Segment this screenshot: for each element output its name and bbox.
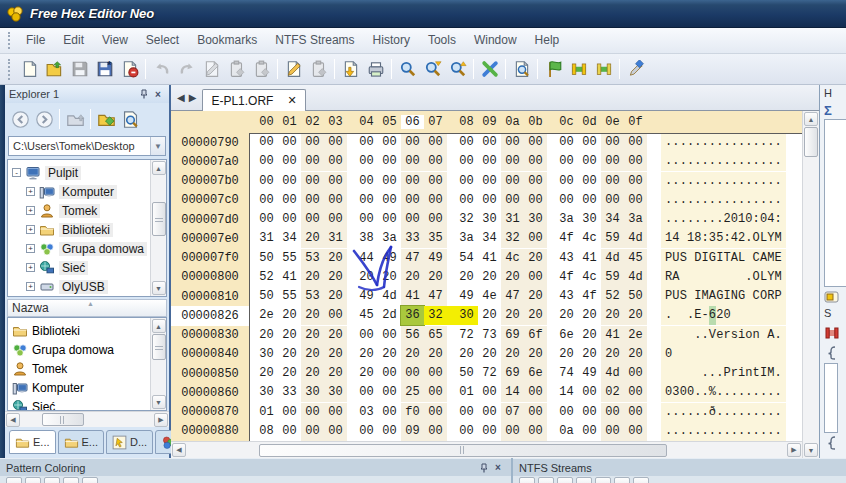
scroll-up-icon[interactable]: ▲ xyxy=(152,161,166,175)
ascii-char[interactable]: . xyxy=(672,152,679,171)
tree-item-biblioteki[interactable]: +Biblioteki xyxy=(12,220,150,239)
ascii-char[interactable]: ð xyxy=(709,403,716,422)
ascii-char[interactable]: . xyxy=(760,152,767,171)
byte-cell[interactable]: 38 xyxy=(355,229,378,248)
hex-hscrollbar[interactable]: ◀ ▶ xyxy=(171,441,802,458)
clipped-toolbar-button[interactable] xyxy=(82,477,98,483)
menu-item-help[interactable]: Help xyxy=(526,33,569,47)
ascii-char[interactable]: . xyxy=(723,133,730,152)
ascii-char[interactable]: C xyxy=(753,287,760,306)
byte-cell[interactable]: 20 xyxy=(301,229,324,248)
ascii-char[interactable]: . xyxy=(709,422,716,441)
modify-button[interactable] xyxy=(199,57,224,82)
ascii-char[interactable]: . xyxy=(701,422,708,441)
ascii-char[interactable] xyxy=(680,326,687,345)
byte-cell[interactable]: 49 xyxy=(424,249,447,268)
pin-icon[interactable] xyxy=(477,461,491,474)
ascii-char[interactable]: . xyxy=(701,133,708,152)
byte-cell[interactable]: 20 xyxy=(255,326,278,345)
ascii-char[interactable]: P xyxy=(723,364,730,383)
byte-cell[interactable]: 09 xyxy=(401,422,424,441)
ascii-char[interactable]: . xyxy=(774,326,781,345)
ascii-char[interactable] xyxy=(745,345,752,364)
byte-cell[interactable]: 56 xyxy=(401,326,424,345)
save-as-button[interactable]: * xyxy=(92,57,117,82)
ascii-char[interactable]: O xyxy=(753,268,760,287)
byte-cell[interactable]: 00 xyxy=(324,152,347,171)
clamp-icon[interactable] xyxy=(824,435,840,451)
ascii-char[interactable]: . xyxy=(672,191,679,210)
ascii-char[interactable] xyxy=(680,364,687,383)
selection-start-button[interactable] xyxy=(566,57,591,82)
ascii-char[interactable] xyxy=(731,268,738,287)
ascii-char[interactable]: D xyxy=(694,249,701,268)
ascii-char[interactable]: . xyxy=(665,403,672,422)
ascii-char[interactable]: I xyxy=(716,249,723,268)
byte-cell[interactable]: 00 xyxy=(524,268,547,287)
ascii-char[interactable]: . xyxy=(687,152,694,171)
byte-cell[interactable]: 41 xyxy=(278,268,301,287)
byte-cell[interactable]: 00 xyxy=(601,191,624,210)
ascii-char[interactable] xyxy=(687,287,694,306)
ascii-char[interactable]: . xyxy=(767,172,774,191)
byte-cell[interactable]: 54 xyxy=(455,249,478,268)
expander-icon[interactable]: + xyxy=(26,244,35,253)
ascii-char[interactable]: M xyxy=(774,229,781,248)
ascii-char[interactable]: - xyxy=(701,306,708,325)
ascii-char[interactable] xyxy=(672,364,679,383)
byte-cell[interactable]: 00 xyxy=(501,152,524,171)
byte-cell[interactable]: 00 xyxy=(578,191,601,210)
byte-cell[interactable]: 31 xyxy=(501,210,524,229)
scroll-thumb[interactable] xyxy=(152,334,166,360)
byte-cell[interactable]: 20 xyxy=(355,268,378,287)
byte-cell[interactable]: 33 xyxy=(401,229,424,248)
ascii-char[interactable]: A xyxy=(709,287,716,306)
byte-cell[interactable]: 45 xyxy=(624,249,647,268)
panel-tab-2[interactable]: D... xyxy=(106,430,153,454)
byte-cell[interactable]: 4c xyxy=(501,249,524,268)
ascii-char[interactable]: . xyxy=(680,403,687,422)
byte-cell[interactable]: 0a xyxy=(555,422,578,441)
ascii-char[interactable] xyxy=(731,345,738,364)
byte-cell[interactable]: 00 xyxy=(355,172,378,191)
ascii-char[interactable]: o xyxy=(745,326,752,345)
modify-alt-button[interactable] xyxy=(281,57,306,82)
ascii-char[interactable]: . xyxy=(731,403,738,422)
ascii-char[interactable]: 0 xyxy=(731,210,738,229)
byte-cell[interactable]: 00 xyxy=(424,133,447,152)
ascii-char[interactable]: . xyxy=(687,403,694,422)
ascii-char[interactable]: . xyxy=(701,403,708,422)
list-item-grupa-domowa[interactable]: Grupa domowa xyxy=(12,340,150,359)
ascii-char[interactable]: 0 xyxy=(723,306,730,325)
byte-cell[interactable]: 45 xyxy=(355,306,378,325)
menu-item-ntfs-streams[interactable]: NTFS Streams xyxy=(266,33,363,47)
ascii-char[interactable]: 8 xyxy=(694,229,701,248)
byte-cell[interactable]: 00 xyxy=(478,383,501,402)
byte-cell[interactable]: 4d xyxy=(624,229,647,248)
menu-item-view[interactable]: View xyxy=(93,33,137,47)
byte-cell[interactable]: 20 xyxy=(301,326,324,345)
ascii-char[interactable]: . xyxy=(738,133,745,152)
scroll-left-icon[interactable]: ◀ xyxy=(172,443,186,457)
byte-cell[interactable]: 00 xyxy=(301,133,324,152)
byte-cell[interactable]: 00 xyxy=(301,152,324,171)
ascii-char[interactable]: . xyxy=(672,133,679,152)
ascii-char[interactable]: A xyxy=(767,326,774,345)
scroll-right-icon[interactable]: ▶ xyxy=(787,443,801,457)
ascii-char[interactable] xyxy=(716,268,723,287)
ascii-char[interactable] xyxy=(738,268,745,287)
byte-cell[interactable]: 00 xyxy=(424,191,447,210)
byte-cell[interactable]: 4f xyxy=(578,287,601,306)
ascii-char[interactable]: : xyxy=(723,229,730,248)
byte-cell[interactable]: 00 xyxy=(501,172,524,191)
ascii-char[interactable]: 0 xyxy=(680,383,687,402)
ascii-char[interactable]: . xyxy=(767,422,774,441)
ascii-char[interactable]: Y xyxy=(767,229,774,248)
byte-cell[interactable]: 00 xyxy=(624,172,647,191)
byte-cell[interactable]: 20 xyxy=(278,306,301,325)
byte-cell[interactable]: 41 xyxy=(601,326,624,345)
ascii-char[interactable]: P xyxy=(665,249,672,268)
byte-cell[interactable]: 00 xyxy=(278,210,301,229)
list-column-header[interactable]: Nazwa ▲ xyxy=(7,299,167,317)
byte-cell[interactable]: 20 xyxy=(401,268,424,287)
